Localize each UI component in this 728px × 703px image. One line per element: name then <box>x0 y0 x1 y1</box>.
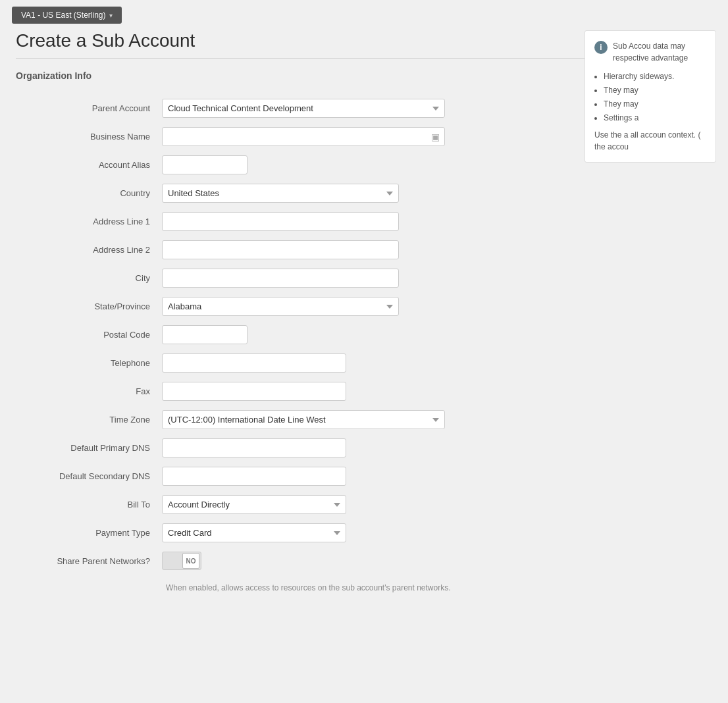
secondary-dns-input[interactable] <box>162 467 346 486</box>
info-bullets: Hierarchy sideways. They may They may Se… <box>604 70 706 124</box>
topbar-chevron: ▾ <box>109 12 113 19</box>
label-payment-type: Payment Type <box>16 519 161 547</box>
country-select[interactable]: United States <box>162 184 399 203</box>
info-extra: Use the a all accoun context. ( the acco… <box>594 129 706 153</box>
toggle-knob: NO <box>182 553 199 569</box>
label-account-alias: Account Alias <box>16 151 161 179</box>
payment-type-select[interactable]: Credit Card <box>162 523 346 542</box>
field-row-address1: Address Line 1 <box>16 207 712 236</box>
city-input[interactable] <box>162 269 399 288</box>
label-city: City <box>16 264 161 292</box>
field-row-primary-dns: Default Primary DNS <box>16 434 712 462</box>
field-secondary-dns <box>161 462 712 490</box>
helper-text-row: When enabled, allows access to resources… <box>16 575 712 597</box>
field-timezone: (UTC-12:00) International Date Line West <box>161 405 712 434</box>
label-country: Country <box>16 179 161 207</box>
share-networks-helper: When enabled, allows access to resources… <box>162 579 708 592</box>
field-telephone <box>161 349 712 377</box>
topbar-label: VA1 - US East (Sterling) <box>21 11 105 20</box>
label-bill-to: Bill To <box>16 490 161 519</box>
field-row-share-networks: Share Parent Networks? NO <box>16 547 712 575</box>
bill-to-select[interactable]: Account Directly <box>162 495 346 514</box>
toggle-container: NO <box>162 552 708 570</box>
field-row-postal: Postal Code <box>16 321 712 349</box>
field-row-fax: Fax <box>16 377 712 405</box>
info-intro: Sub Accou data may respective advantage <box>613 40 706 64</box>
postal-input[interactable] <box>162 325 247 344</box>
field-postal <box>161 321 712 349</box>
info-icon: i <box>594 41 608 54</box>
label-secondary-dns: Default Secondary DNS <box>16 462 161 490</box>
label-business-name: Business Name <box>16 122 161 151</box>
field-address2 <box>161 236 712 264</box>
business-name-input[interactable] <box>162 127 445 146</box>
label-postal: Postal Code <box>16 321 161 349</box>
field-address1 <box>161 207 712 236</box>
field-row-telephone: Telephone <box>16 349 712 377</box>
field-row-address2: Address Line 2 <box>16 236 712 264</box>
business-name-wrapper: ▣ <box>162 127 445 146</box>
state-select[interactable]: Alabama <box>162 297 399 316</box>
telephone-input[interactable] <box>162 353 346 373</box>
primary-dns-input[interactable] <box>162 438 346 457</box>
label-state: State/Province <box>16 292 161 321</box>
field-row-payment-type: Payment Type Credit Card <box>16 519 712 547</box>
field-bill-to: Account Directly <box>161 490 712 519</box>
field-row-state: State/Province Alabama <box>16 292 712 321</box>
label-timezone: Time Zone <box>16 405 161 434</box>
address2-input[interactable] <box>162 240 399 259</box>
field-share-networks: NO <box>161 547 712 575</box>
field-row-secondary-dns: Default Secondary DNS <box>16 462 712 490</box>
field-city <box>161 264 712 292</box>
label-address2: Address Line 2 <box>16 236 161 264</box>
parent-account-select[interactable]: Cloud Technical Content Development <box>162 99 445 118</box>
timezone-select[interactable]: (UTC-12:00) International Date Line West <box>162 410 445 429</box>
info-bullet-4: Settings a <box>604 112 706 124</box>
info-bullet-2: They may <box>604 84 706 96</box>
share-networks-toggle[interactable]: NO <box>162 552 201 570</box>
field-state: Alabama <box>161 292 712 321</box>
field-row-country: Country United States <box>16 179 712 207</box>
field-primary-dns <box>161 434 712 462</box>
info-header: i Sub Accou data may respective advantag… <box>594 40 706 64</box>
field-row-city: City <box>16 264 712 292</box>
field-fax <box>161 377 712 405</box>
account-alias-input[interactable] <box>162 155 247 174</box>
info-bullet-3: They may <box>604 98 706 110</box>
label-share-networks: Share Parent Networks? <box>16 547 161 575</box>
field-row-timezone: Time Zone (UTC-12:00) International Date… <box>16 405 712 434</box>
business-name-icon: ▣ <box>431 132 440 142</box>
label-primary-dns: Default Primary DNS <box>16 434 161 462</box>
form-table: Parent Account Cloud Technical Content D… <box>16 94 712 597</box>
address1-input[interactable] <box>162 212 399 231</box>
label-address1: Address Line 1 <box>16 207 161 236</box>
label-fax: Fax <box>16 377 161 405</box>
field-payment-type: Credit Card <box>161 519 712 547</box>
field-row-bill-to: Bill To Account Directly <box>16 490 712 519</box>
label-telephone: Telephone <box>16 349 161 377</box>
info-sidebar: i Sub Accou data may respective advantag… <box>585 30 716 163</box>
info-bullet-1: Hierarchy sideways. <box>604 70 706 82</box>
label-parent-account: Parent Account <box>16 94 161 122</box>
fax-input[interactable] <box>162 382 346 401</box>
field-country: United States <box>161 179 712 207</box>
topbar-button[interactable]: VA1 - US East (Sterling) ▾ <box>12 7 122 24</box>
